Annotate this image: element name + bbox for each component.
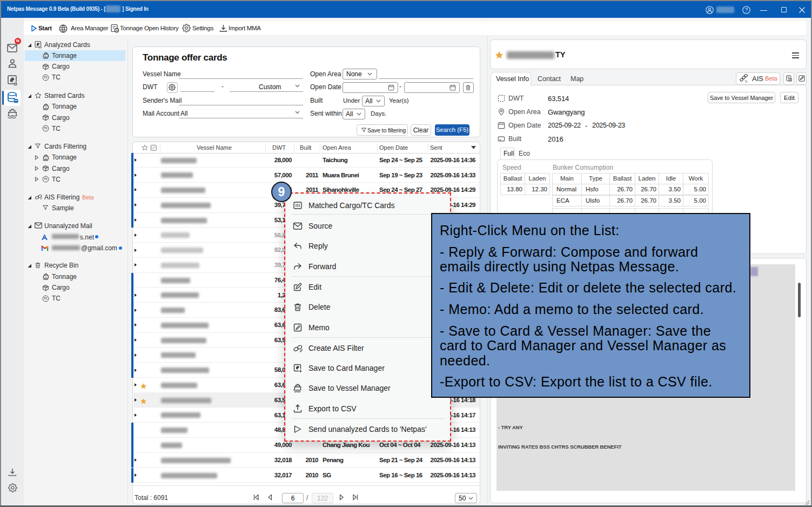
svg-text:TC: TC (44, 297, 48, 300)
svg-text:TC: TC (44, 76, 48, 79)
svg-text:TC: TC (44, 127, 48, 130)
svg-text:TC: TC (44, 178, 48, 181)
